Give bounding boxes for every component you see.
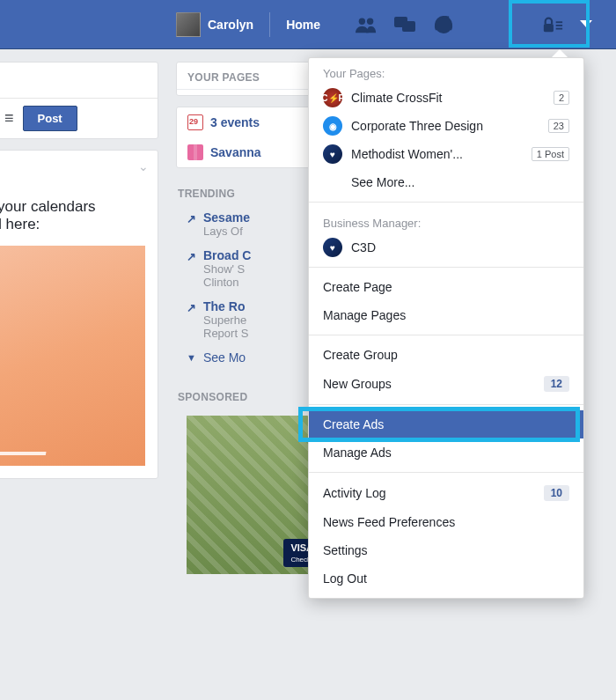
page-item-climate-crossfit[interactable]: C⚡F Climate CrossFit 2 [309,84,583,112]
svg-point-1 [367,18,373,24]
page-item-methodist-women[interactable]: ♥ Methodist Women'... 1 Post [309,140,583,168]
count-badge: 10 [544,485,569,501]
profile-link[interactable]: Carolyn [167,12,262,37]
story-image[interactable] [0,246,145,466]
business-name: C3D [351,240,569,254]
stack-icon[interactable]: ≡ [4,109,14,128]
svg-point-0 [359,18,365,24]
privacy-shortcuts-icon[interactable] [542,14,563,35]
trending-icon: ↗ [187,301,196,340]
avatar [176,12,201,37]
see-more-trending[interactable]: See Mo [203,350,246,365]
activity-log[interactable]: Activity Log 10 [309,478,583,508]
gift-icon [187,144,203,160]
page-badge: 1 Post [532,147,569,161]
svg-rect-6 [556,21,562,23]
news-feed-preferences[interactable]: News Feed Preferences [309,508,583,536]
story-options-chevron-icon[interactable]: ⌄ [138,159,149,173]
page-icon: ♥ [323,238,342,257]
feed-story-card: ⌄ lark your calendars kend here: [0,150,158,479]
page-icon: ◉ [323,116,342,136]
page-item-corporate-three[interactable]: ◉ Corporate Three Design 23 [309,112,583,140]
home-link[interactable]: Home [277,18,329,32]
create-group[interactable]: Create Group [309,341,583,369]
svg-rect-5 [544,24,554,32]
page-icon: ♥ [323,144,342,164]
trending-icon: ↗ [187,212,196,238]
create-ads[interactable]: Create Ads [309,410,583,438]
svg-rect-8 [556,27,562,29]
birthday-link[interactable]: Savanna [210,145,261,159]
trending-topic[interactable]: Broad C [203,248,251,262]
events-link[interactable]: 3 events [210,115,260,129]
composer-card: s ▾ ≡ Post [0,62,158,139]
manage-pages[interactable]: Manage Pages [309,301,583,329]
create-page[interactable]: Create Page [309,273,583,301]
trending-subtitle: Superhe [203,313,248,327]
manage-ads[interactable]: Manage Ads [309,438,583,467]
dropdown-section-label: Business Manager: [309,208,583,233]
page-badge: 23 [548,119,569,133]
page-name: Corporate Three Design [351,119,539,133]
trending-subtitle: Report S [203,327,248,340]
count-badge: 12 [544,376,569,392]
trending-subtitle: Lays Of [203,225,250,238]
story-text-line: lark your calendars [0,198,145,216]
svg-rect-7 [556,25,562,26]
page-name: Climate CrossFit [351,91,545,105]
trending-topic[interactable]: The Ro [203,299,248,313]
see-more-pages[interactable]: See More... [309,168,583,196]
top-nav: Carolyn Home [0,0,616,49]
trending-subtitle: Show' S [203,262,251,276]
business-manager-item[interactable]: ♥ C3D [309,233,583,262]
settings[interactable]: Settings [309,536,583,564]
post-button[interactable]: Post [23,106,77,131]
trending-subtitle: Clinton [203,276,251,289]
friend-requests-icon[interactable] [356,14,377,35]
page-name: Methodist Women'... [351,147,523,161]
calendar-icon [187,114,203,130]
user-name: Carolyn [208,18,253,32]
chevron-down-icon: ▼ [187,352,196,363]
trending-icon: ↗ [187,250,196,289]
divider [269,12,270,37]
dropdown-section-label: Your Pages: [309,58,583,84]
new-groups[interactable]: New Groups 12 [309,369,583,399]
story-text-line: kend here: [0,216,145,233]
trending-topic[interactable]: Sesame [203,210,250,225]
dropdown-pointer [552,49,568,57]
log-out[interactable]: Log Out [309,564,583,593]
messages-icon[interactable] [394,14,415,35]
page-badge: 2 [554,91,569,105]
account-menu-caret-icon[interactable] [576,14,597,35]
page-icon: C⚡F [323,88,342,107]
notifications-icon[interactable] [433,14,454,35]
svg-point-4 [435,16,452,33]
account-dropdown: Your Pages: C⚡F Climate CrossFit 2 ◉ Cor… [308,57,584,599]
svg-rect-3 [402,21,415,32]
